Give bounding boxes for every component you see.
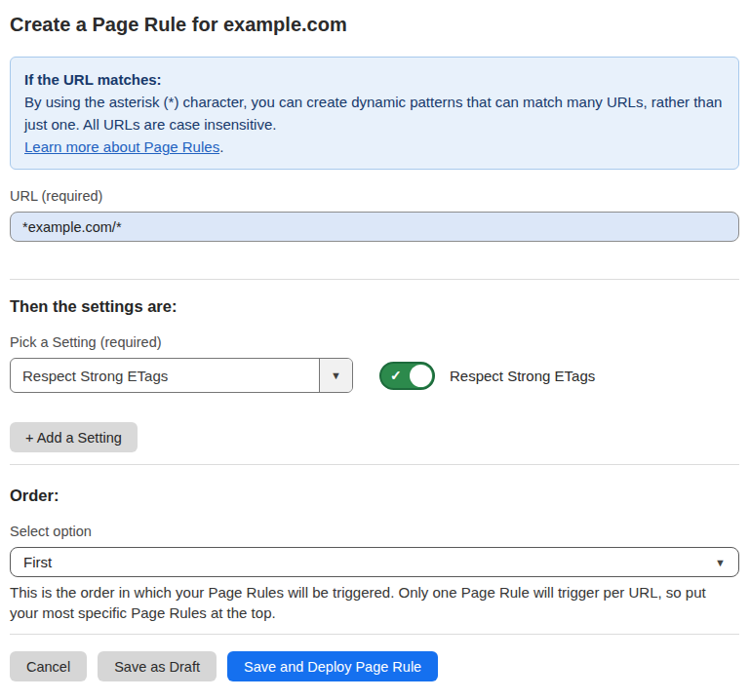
url-match-info-box: If the URL matches: By using the asteris… — [10, 57, 739, 170]
footer-divider — [10, 634, 739, 635]
setting-dropdown-value: Respect Strong ETags — [11, 359, 319, 392]
save-deploy-button[interactable]: Save and Deploy Page Rule — [227, 651, 438, 681]
info-box-body: By using the asterisk (*) character, you… — [24, 91, 725, 136]
etags-toggle-label: Respect Strong ETags — [450, 368, 595, 384]
etags-toggle-group: ✓ Respect Strong ETags — [379, 362, 595, 390]
cancel-button[interactable]: Cancel — [10, 651, 87, 681]
url-input[interactable] — [10, 212, 739, 242]
link-period: . — [219, 138, 223, 155]
order-help-text: This is the order in which your Page Rul… — [10, 582, 736, 623]
settings-heading: Then the settings are: — [10, 296, 739, 316]
page-rule-form: Create a Page Rule for example.com If th… — [0, 0, 750, 681]
order-heading: Order: — [10, 486, 739, 505]
section-divider — [10, 279, 739, 280]
url-label: URL (required) — [10, 187, 739, 205]
caret-down-icon: ▼ — [331, 369, 341, 381]
order-select-value: First — [23, 554, 52, 570]
section-divider — [10, 464, 739, 465]
toggle-knob — [410, 365, 432, 387]
check-icon: ✓ — [390, 369, 402, 382]
footer-actions: Cancel Save as Draft Save and Deploy Pag… — [10, 651, 739, 681]
page-title: Create a Page Rule for example.com — [10, 0, 739, 37]
setting-controls-row: Respect Strong ETags ▼ ✓ Respect Strong … — [10, 358, 739, 393]
info-box-link-line: Learn more about Page Rules. — [24, 136, 725, 158]
learn-more-link[interactable]: Learn more about Page Rules — [24, 138, 219, 155]
setting-dropdown[interactable]: Respect Strong ETags ▼ — [10, 358, 353, 393]
order-select[interactable]: First ▼ — [10, 547, 739, 577]
info-box-heading: If the URL matches: — [24, 68, 725, 91]
pick-setting-label: Pick a Setting (required) — [10, 333, 739, 351]
etags-toggle[interactable]: ✓ — [379, 362, 435, 390]
save-draft-button[interactable]: Save as Draft — [98, 651, 217, 681]
setting-dropdown-arrow-button[interactable]: ▼ — [319, 359, 352, 392]
add-setting-button[interactable]: + Add a Setting — [10, 422, 138, 452]
caret-down-icon: ▼ — [715, 557, 726, 568]
select-option-label: Select option — [10, 523, 739, 540]
